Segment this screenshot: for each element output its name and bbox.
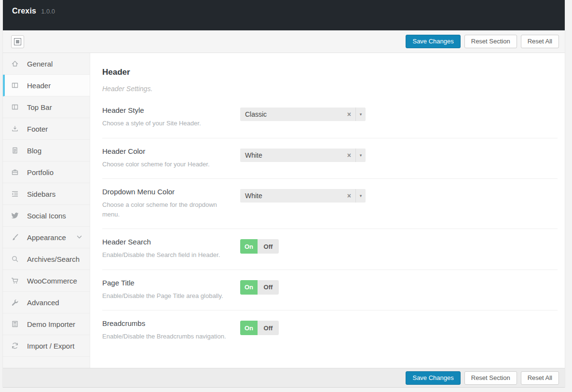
option-description: Choose color scheme for your Header. (102, 160, 233, 169)
option-description: Choose a color scheme for the dropdown m… (102, 200, 233, 219)
dropdown-arrow-icon[interactable]: ▾ (355, 108, 366, 121)
sidebar-item-blog[interactable]: Blog (3, 140, 90, 162)
sidebar-item-social-icons[interactable]: Social Icons (3, 205, 90, 227)
panel-toggle-button[interactable] (11, 35, 24, 48)
select-value: White (240, 151, 343, 159)
twitter-icon (11, 212, 19, 219)
sidebar-item-label: Archives/Search (27, 255, 80, 263)
download-icon (11, 125, 19, 133)
sidebar-item-general[interactable]: General (3, 53, 90, 75)
option-control: OnOff (240, 238, 279, 260)
file-icon (11, 147, 19, 154)
option-info: Header StyleChoose a style of your Site … (102, 106, 233, 128)
page-title-toggle: OnOff (240, 280, 279, 295)
toolbar-actions: Save Changes Reset Section Reset All (406, 35, 559, 48)
clear-selection-icon[interactable]: × (343, 192, 355, 200)
option-control: Classic×▾ (240, 106, 366, 128)
option-info: Page TitleEnable/Disable the Page Title … (102, 279, 233, 301)
columns-icon (11, 81, 19, 89)
search-icon (11, 255, 19, 263)
calculator-icon (11, 320, 19, 328)
option-label: Header Style (102, 106, 233, 114)
theme-options-panel: Crexis 1.0.0 Save Changes Reset Section … (2, 0, 565, 388)
sidebar-item-label: Advanced (27, 298, 59, 307)
sidebar-item-label: Social Icons (27, 212, 66, 220)
option-row-header-color: Header ColorChoose color scheme for your… (102, 138, 558, 179)
columns-icon (11, 103, 19, 111)
header-color-select[interactable]: White×▾ (240, 149, 366, 162)
option-label: Header Color (102, 147, 233, 155)
sidebar-item-portfolio[interactable]: Portfolio (3, 162, 90, 183)
content: Header Header Settings. Header StyleChoo… (90, 53, 565, 368)
save-changes-button[interactable]: Save Changes (406, 35, 460, 48)
option-info: Header SearchEnable/Disable the Search f… (102, 238, 233, 260)
sidebar-item-demo-importer[interactable]: Demo Importer (3, 313, 90, 335)
option-row-breadcrumbs: BreadcrumbsEnable/Disable the Breadcrumb… (102, 311, 558, 351)
options-list: Header StyleChoose a style of your Site … (102, 97, 558, 351)
clear-selection-icon[interactable]: × (343, 151, 355, 159)
briefcase-icon (11, 168, 19, 176)
toolbar: Save Changes Reset Section Reset All (3, 30, 565, 53)
footer-toolbar: Save Changes Reset Section Reset All (3, 368, 565, 388)
sidebar-item-label: Header (27, 81, 51, 90)
sidebar-item-label: Appearance (27, 233, 66, 242)
sidebar-item-label: Import / Export (27, 342, 74, 350)
sidebar-item-label: Blog (27, 147, 41, 155)
breadcrumbs-toggle: OnOff (240, 321, 279, 335)
brand-title: Crexis (12, 7, 36, 15)
toggle-off-button[interactable]: Off (258, 321, 279, 335)
sidebar-item-label: WooCommerce (27, 277, 77, 285)
option-description: Enable/Disable the Search field in Heade… (102, 250, 233, 260)
option-info: Dropdown Menu ColorChoose a color scheme… (102, 188, 233, 219)
reset-all-button-bottom[interactable]: Reset All (521, 371, 559, 385)
reset-section-button[interactable]: Reset Section (464, 35, 517, 48)
toggle-off-button[interactable]: Off (258, 280, 279, 295)
main-area: GeneralHeaderTop BarFooterBlogPortfolioS… (3, 53, 565, 368)
select-value: Classic (240, 110, 343, 118)
option-label: Breadcrumbs (102, 319, 233, 327)
option-row-page-title: Page TitleEnable/Disable the Page Title … (102, 270, 558, 311)
dropdown-menu-color-select[interactable]: White×▾ (240, 189, 366, 203)
option-label: Header Search (102, 238, 233, 246)
sidebar-item-sidebars[interactable]: Sidebars (3, 183, 90, 205)
sidebar-item-label: Portfolio (27, 168, 54, 176)
sidebar-item-top-bar[interactable]: Top Bar (3, 96, 90, 118)
option-control: OnOff (240, 279, 279, 301)
wrench-icon (11, 298, 19, 306)
header-style-select[interactable]: Classic×▾ (240, 108, 366, 121)
clear-selection-icon[interactable]: × (343, 110, 355, 118)
sidebar-item-advanced[interactable]: Advanced (3, 292, 90, 313)
refresh-icon (11, 342, 19, 350)
select-value: White (240, 192, 343, 200)
toggle-on-button[interactable]: On (240, 280, 258, 295)
sidebar-item-archives-search[interactable]: Archives/Search (3, 248, 90, 270)
save-changes-button-bottom[interactable]: Save Changes (406, 371, 460, 385)
toggle-off-button[interactable]: Off (258, 239, 279, 254)
top-bar: Crexis 1.0.0 (3, 0, 565, 30)
dropdown-arrow-icon[interactable]: ▾ (355, 189, 366, 203)
sidebar-item-import-export[interactable]: Import / Export (3, 335, 90, 357)
chevron-down-icon (77, 235, 82, 239)
sidebar-item-footer[interactable]: Footer (3, 118, 90, 140)
page-title: Header (102, 68, 558, 77)
sidebar: GeneralHeaderTop BarFooterBlogPortfolioS… (3, 53, 90, 368)
sidebar-item-label: Demo Importer (27, 320, 75, 328)
dropdown-arrow-icon[interactable]: ▾ (355, 149, 366, 162)
cart-icon (11, 277, 19, 284)
toggle-on-button[interactable]: On (240, 321, 258, 335)
option-description: Enable/Disable the Breadcrumbs navigatio… (102, 332, 233, 341)
reset-section-button-bottom[interactable]: Reset Section (464, 371, 517, 385)
page-subtitle: Header Settings. (102, 85, 558, 93)
sidebar-item-label: Footer (27, 125, 48, 133)
layout-icon (14, 38, 21, 45)
sidebar-item-appearance[interactable]: Appearance (3, 227, 90, 248)
option-row-header-search: Header SearchEnable/Disable the Search f… (102, 229, 558, 270)
option-label: Dropdown Menu Color (102, 188, 233, 196)
toggle-on-button[interactable]: On (240, 239, 258, 254)
sidebar-item-label: General (27, 60, 53, 68)
reset-all-button[interactable]: Reset All (521, 35, 559, 48)
sidebar-item-woocommerce[interactable]: WooCommerce (3, 270, 90, 292)
brush-icon (11, 233, 19, 241)
sidebar-item-header[interactable]: Header (3, 75, 90, 96)
option-description: Choose a style of your Site Header. (102, 119, 233, 128)
